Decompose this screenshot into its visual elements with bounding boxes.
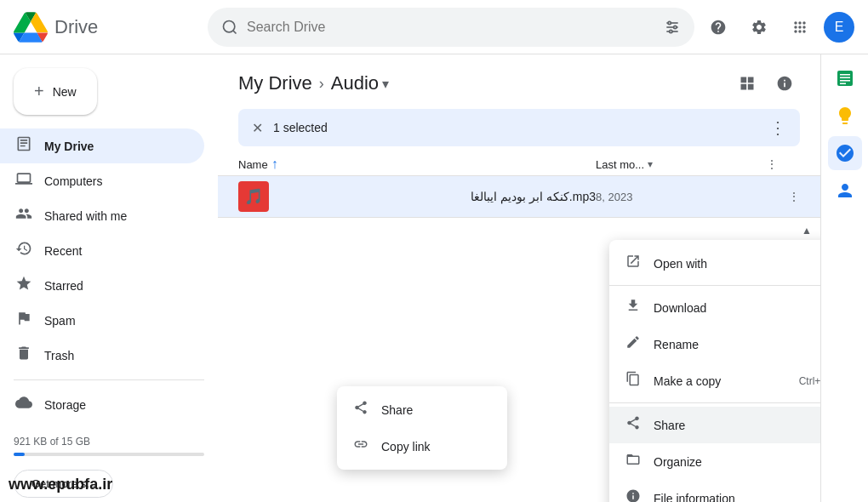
- ctx-divider-2: [609, 402, 820, 403]
- file-name: mp3.کنکه ابر بودیم ایبالغا: [279, 190, 596, 203]
- col-lastmod-chevron: ▾: [648, 158, 653, 170]
- rp-sheets-icon[interactable]: [828, 61, 862, 95]
- storage-text: 921 KB of 15 GB: [14, 436, 204, 448]
- storage-bar-background: [14, 453, 204, 456]
- context-menu-right: Open with › Download Rename: [609, 240, 820, 502]
- computers-icon: [14, 170, 34, 191]
- ctx-organize-item[interactable]: Organize ›: [609, 443, 820, 480]
- view-grid-button[interactable]: [732, 68, 762, 99]
- plus-icon: +: [34, 82, 44, 101]
- sidebar-item-label-trash: Trash: [44, 349, 74, 362]
- sidebar-item-my-drive[interactable]: My Drive: [0, 128, 204, 163]
- selection-bar: ✕ 1 selected ⋮: [238, 109, 800, 146]
- file-more-button[interactable]: ⋮: [766, 190, 800, 203]
- ctx-file-info-item[interactable]: File information ›: [609, 480, 820, 502]
- share-main-icon: [623, 415, 643, 435]
- rp-tasks-icon[interactable]: [828, 136, 862, 170]
- ctx-rename-item[interactable]: Rename: [609, 326, 820, 362]
- sidebar-item-shared[interactable]: Shared with me: [0, 198, 204, 233]
- ctx-file-info-label: File information: [654, 492, 735, 503]
- storage-icon: [14, 394, 34, 415]
- ctx-share-label: Share: [381, 403, 413, 417]
- storage-bar-fill: [14, 453, 25, 456]
- sidebar-item-spam[interactable]: Spam: [0, 303, 204, 338]
- context-menu-left: Share Copy link: [337, 386, 507, 470]
- svg-rect-13: [840, 80, 850, 82]
- ctx-rename-label: Rename: [654, 338, 699, 351]
- ctx-open-with-item[interactable]: Open with ›: [609, 245, 820, 282]
- ctx-copylink-item[interactable]: Copy link: [337, 428, 507, 465]
- ctx-download-item[interactable]: Download: [609, 289, 820, 326]
- topbar-right: E: [701, 10, 854, 44]
- ctx-share-main-item[interactable]: Share ›: [609, 407, 820, 443]
- shared-icon: [14, 205, 34, 226]
- breadcrumb-my-drive[interactable]: My Drive: [238, 72, 312, 94]
- file-date: 8, 2023: [596, 191, 766, 203]
- sidebar-item-trash[interactable]: Trash: [0, 338, 204, 373]
- sidebar-item-computers[interactable]: Computers: [0, 163, 204, 198]
- sidebar-item-starred[interactable]: Starred: [0, 268, 204, 303]
- ctx-make-copy-item[interactable]: Make a copy Ctrl+C Ctrl+V: [609, 362, 820, 399]
- sidebar-item-label-computers: Computers: [44, 174, 102, 188]
- deselect-button[interactable]: ✕: [252, 120, 263, 136]
- svg-rect-12: [840, 77, 850, 79]
- sidebar-item-label-recent: Recent: [44, 244, 82, 258]
- breadcrumb: My Drive › Audio ▾: [218, 54, 820, 106]
- more-options-icon[interactable]: ⋮: [766, 157, 778, 171]
- sidebar: + New My Drive Computers Shared with me: [0, 54, 218, 502]
- ctx-share-item[interactable]: Share: [337, 391, 507, 428]
- spam-icon: [14, 310, 34, 331]
- dropdown-icon: ▾: [382, 76, 389, 92]
- storage-bar-area: 921 KB of 15 GB: [0, 422, 218, 463]
- search-bar[interactable]: [208, 8, 694, 47]
- logo-area: Drive: [14, 10, 201, 44]
- avatar[interactable]: E: [824, 12, 854, 43]
- search-icon: [221, 19, 238, 36]
- help-button[interactable]: [701, 10, 735, 44]
- col-lastmod-header[interactable]: Last mo... ▾: [596, 158, 766, 171]
- sidebar-item-label-starred: Starred: [44, 279, 83, 293]
- breadcrumb-folder[interactable]: Audio ▾: [331, 72, 389, 94]
- breadcrumb-arrow-icon: ›: [319, 75, 324, 93]
- organize-icon: [623, 452, 643, 471]
- copy-icon: [623, 371, 643, 391]
- right-panel: [820, 54, 868, 502]
- new-button[interactable]: + New: [14, 68, 97, 115]
- col-more-header: ⋮: [766, 157, 800, 171]
- ctx-organize-label: Organize: [654, 455, 702, 469]
- main-layout: + New My Drive Computers Shared with me: [0, 54, 868, 502]
- sidebar-item-recent[interactable]: Recent: [0, 233, 204, 268]
- ctx-make-copy-shortcut: Ctrl+C Ctrl+V: [799, 375, 820, 387]
- trash-icon: [14, 345, 34, 366]
- col-name-header[interactable]: Name ↑: [238, 157, 596, 172]
- app-title: Drive: [54, 16, 98, 38]
- selection-menu-button[interactable]: ⋮: [769, 117, 786, 138]
- file-info-button[interactable]: [769, 68, 800, 99]
- scroll-up-indicator[interactable]: ▲: [802, 225, 812, 237]
- rp-keep-icon[interactable]: [828, 99, 862, 133]
- svg-rect-14: [840, 83, 846, 85]
- ctx-share-main-label: Share: [654, 419, 685, 432]
- recent-icon: [14, 240, 34, 261]
- apps-button[interactable]: [783, 10, 817, 44]
- my-drive-icon: [14, 135, 34, 157]
- drive-logo-icon: [14, 10, 48, 44]
- ctx-download-label: Download: [654, 301, 706, 315]
- selection-count: 1 selected: [273, 121, 759, 134]
- search-input[interactable]: [247, 20, 655, 35]
- sidebar-item-label-storage: Storage: [44, 398, 86, 412]
- svg-rect-11: [840, 74, 850, 76]
- sidebar-item-storage[interactable]: Storage: [0, 387, 204, 422]
- svg-point-0: [224, 20, 235, 31]
- share-icon: [351, 400, 371, 419]
- rp-contacts-icon[interactable]: [828, 174, 862, 208]
- ctx-open-with-label: Open with: [654, 257, 707, 271]
- settings-button[interactable]: [742, 10, 776, 44]
- svg-point-5: [668, 21, 671, 24]
- tune-icon[interactable]: [664, 19, 681, 36]
- topbar: Drive E: [0, 0, 868, 54]
- table-row[interactable]: 🎵 mp3.کنکه ابر بودیم ایبالغا 8, 2023 ⋮: [218, 176, 820, 218]
- rename-icon: [623, 334, 643, 354]
- get-more-storage-button[interactable]: Get more s...: [14, 470, 113, 498]
- link-icon: [351, 436, 371, 456]
